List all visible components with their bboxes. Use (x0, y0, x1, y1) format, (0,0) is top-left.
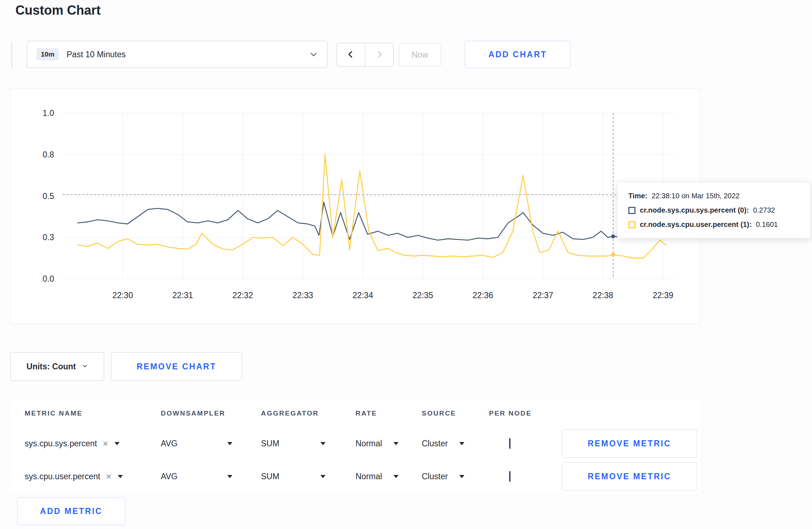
svg-text:0.0: 0.0 (43, 274, 54, 283)
time-forward-button[interactable] (365, 43, 393, 67)
clear-metric-icon[interactable]: × (103, 439, 108, 448)
col-header-downsampler: DOWNSAMPLER (161, 409, 261, 417)
units-label: Units: Count (26, 362, 76, 372)
chevron-down-icon (82, 362, 88, 372)
rate-select[interactable]: Normal (356, 472, 422, 481)
aggregator-select[interactable]: SUM (261, 439, 325, 448)
time-step-controls (337, 43, 393, 67)
svg-text:22:31: 22:31 (173, 291, 193, 300)
col-header-metric-name: METRIC NAME (25, 409, 161, 417)
add-metric-button[interactable]: ADD METRIC (17, 497, 125, 525)
col-header-rate: RATE (356, 409, 422, 417)
caret-down-icon (227, 475, 232, 478)
chart-tooltip: Time: 22:38:10 on Mar 15th, 2022 cr.node… (617, 182, 811, 238)
svg-text:0.8: 0.8 (43, 150, 54, 159)
per-node-checkbox[interactable] (509, 438, 511, 449)
page-title: Custom Chart (15, 3, 101, 18)
svg-text:22:36: 22:36 (473, 291, 493, 300)
time-back-button[interactable] (337, 43, 365, 67)
aggregator-value: SUM (261, 472, 279, 481)
caret-down-icon (320, 475, 325, 478)
svg-text:22:32: 22:32 (232, 291, 253, 300)
downsampler-select[interactable]: AVG (161, 472, 232, 481)
chevron-right-icon (374, 50, 384, 60)
source-select[interactable]: Cluster (422, 472, 489, 481)
per-node-checkbox[interactable] (509, 471, 511, 482)
tooltip-series-name: cr.node.sys.cpu.sys.percent (0): (640, 206, 749, 214)
col-header-source: SOURCE (422, 409, 489, 417)
tooltip-time-label: Time: (628, 192, 647, 200)
caret-down-icon[interactable] (118, 475, 123, 478)
metric-name-select[interactable]: sys.cpu.user.percent × (25, 472, 161, 481)
aggregator-value: SUM (261, 439, 279, 448)
downsampler-value: AVG (161, 439, 178, 448)
remove-chart-button[interactable]: REMOVE CHART (111, 352, 242, 381)
time-window-badge: 10m (37, 48, 59, 60)
add-chart-button[interactable]: ADD CHART (465, 41, 571, 68)
tooltip-series-row: cr.node.sys.cpu.user.percent (1): 0.1601 (628, 220, 799, 229)
svg-text:1.0: 1.0 (43, 108, 54, 118)
caret-down-icon (227, 442, 232, 445)
remove-metric-button[interactable]: REMOVE METRIC (562, 429, 697, 458)
rate-value: Normal (356, 439, 382, 448)
caret-down-icon (320, 442, 325, 445)
source-select[interactable]: Cluster (422, 439, 489, 448)
downsampler-select[interactable]: AVG (161, 439, 232, 448)
tooltip-series-value: 0.2732 (753, 206, 775, 214)
col-header-aggregator: AGGREGATOR (261, 409, 356, 417)
svg-text:22:33: 22:33 (293, 291, 313, 300)
units-dropdown[interactable]: Units: Count (10, 352, 104, 381)
tooltip-time-value: 22:38:10 on Mar 15th, 2022 (652, 192, 740, 200)
clear-metric-icon[interactable]: × (106, 472, 111, 481)
downsampler-value: AVG (161, 472, 178, 481)
source-value: Cluster (422, 439, 448, 448)
tooltip-series-value: 0.1601 (756, 220, 778, 229)
tooltip-series-name: cr.node.sys.cpu.user.percent (1): (640, 220, 751, 229)
metrics-table: METRIC NAME DOWNSAMPLER AGGREGATOR RATE … (10, 400, 700, 493)
svg-text:22:34: 22:34 (353, 291, 373, 300)
svg-text:0.3: 0.3 (43, 233, 54, 242)
line-chart[interactable]: 0.00.30.50.81.022:3022:3122:3222:3322:34… (11, 88, 699, 323)
svg-text:22:37: 22:37 (533, 291, 554, 300)
caret-down-icon (393, 442, 398, 445)
metric-name-value: sys.cpu.sys.percent (25, 439, 97, 448)
caret-down-icon[interactable] (115, 442, 120, 445)
svg-text:0.5: 0.5 (43, 191, 54, 201)
svg-text:22:38: 22:38 (593, 291, 613, 300)
chevron-left-icon (346, 50, 356, 60)
svg-text:22:35: 22:35 (412, 291, 433, 300)
chevron-down-icon (309, 50, 318, 59)
now-button[interactable]: Now (399, 43, 441, 66)
series-swatch-icon (628, 221, 635, 228)
caret-down-icon (459, 442, 464, 445)
table-row: sys.cpu.user.percent × AVG SUM Normal Cl… (10, 460, 700, 493)
tooltip-series-row: cr.node.sys.cpu.sys.percent (0): 0.2732 (628, 206, 799, 214)
source-value: Cluster (422, 472, 448, 481)
col-header-per-node: PER NODE (489, 409, 562, 417)
time-window-label: Past 10 Minutes (67, 50, 126, 59)
metric-name-select[interactable]: sys.cpu.sys.percent × (25, 439, 161, 448)
chart-panel[interactable]: 0.00.30.50.81.022:3022:3122:3222:3322:34… (10, 88, 700, 324)
table-row: sys.cpu.sys.percent × AVG SUM Normal Clu… (10, 427, 700, 460)
time-range-dropdown[interactable]: 10m Past 10 Minutes (27, 41, 328, 68)
svg-text:22:39: 22:39 (653, 291, 673, 300)
caret-down-icon (459, 475, 464, 478)
svg-text:22:30: 22:30 (112, 291, 133, 300)
tooltip-time-row: Time: 22:38:10 on Mar 15th, 2022 (628, 192, 799, 200)
caret-down-icon (393, 475, 398, 478)
aggregator-select[interactable]: SUM (261, 472, 325, 481)
remove-metric-button[interactable]: REMOVE METRIC (562, 462, 697, 491)
toolbar-divider (11, 42, 12, 68)
custom-chart-page: Custom Chart 10m Past 10 Minutes Now (0, 0, 812, 529)
metrics-table-header: METRIC NAME DOWNSAMPLER AGGREGATOR RATE … (10, 400, 700, 427)
toolbar: 10m Past 10 Minutes Now ADD CHART (11, 41, 806, 69)
rate-select[interactable]: Normal (356, 439, 422, 448)
series-swatch-icon (628, 207, 635, 214)
metric-name-value: sys.cpu.user.percent (25, 472, 100, 481)
rate-value: Normal (356, 472, 382, 481)
